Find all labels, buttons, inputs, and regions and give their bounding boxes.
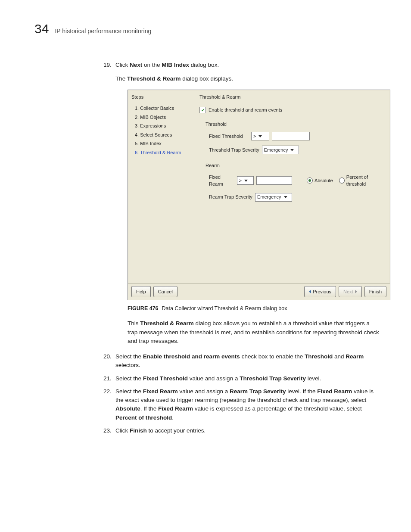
fixed-rearm-operator-combo[interactable]: >	[237, 176, 254, 185]
figure-caption: FIGURE 476Data Collector wizard Threshol…	[128, 305, 381, 313]
next-button: Next	[339, 286, 362, 297]
checkbox-icon[interactable]: ✔	[199, 107, 206, 113]
rearm-absolute-radio[interactable]: Absolute	[307, 177, 333, 184]
step-20: 20. Select the Enable threshold and rear…	[103, 352, 381, 370]
figure-number: FIGURE 476	[128, 305, 159, 311]
content: 19. Click Next on the MIB Index dialog b…	[103, 61, 381, 435]
bold: MIB Index	[162, 62, 189, 68]
bold: Next	[130, 62, 142, 68]
step-number: 22.	[103, 387, 112, 396]
radio-label: Percent of threshold	[346, 174, 386, 188]
text: The	[115, 75, 127, 82]
step-22: 22. Select the Fixed Rearm value and ass…	[103, 387, 381, 422]
threshold-trap-severity-label: Threshold Trap Severity	[209, 146, 259, 154]
fixed-threshold-value-input[interactable]	[272, 132, 310, 140]
fixed-rearm-label: Fixed Rearm	[209, 174, 234, 188]
enable-events-checkbox-row[interactable]: ✔ Enable threshold and rearm events	[199, 106, 386, 114]
previous-button[interactable]: Previous	[304, 286, 336, 297]
page-header: 34 IP historical performance monitoring	[34, 22, 381, 39]
arrow-right-icon	[355, 290, 357, 293]
arrow-left-icon	[309, 290, 311, 293]
page-title: IP historical performance monitoring	[55, 28, 151, 34]
wizard-step-expressions[interactable]: 3. Expressions	[131, 122, 192, 130]
page: 34 IP historical performance monitoring …	[0, 0, 411, 532]
step-number: 23.	[103, 426, 112, 435]
combo-value: >	[239, 177, 242, 184]
text: Click	[115, 62, 130, 68]
step-19: 19. Click Next on the MIB Index dialog b…	[103, 61, 381, 345]
chevron-down-icon	[258, 135, 262, 137]
rearm-trap-severity-combo[interactable]: Emergency	[255, 193, 292, 202]
wizard-step-mib-objects[interactable]: 2. MIB Objects	[131, 114, 192, 121]
combo-value: Emergency	[264, 146, 288, 154]
rearm-trap-severity-label: Rearm Trap Severity	[209, 193, 252, 201]
paragraph: This Threshold & Rearm dialog box allows…	[128, 319, 381, 345]
dialog-threshold-rearm: Steps 1. Collector Basics 2. MIB Objects…	[128, 90, 390, 300]
combo-value: Emergency	[257, 193, 281, 201]
fixed-threshold-label: Fixed Threshold	[209, 133, 249, 140]
wizard-steps-panel: Steps 1. Collector Basics 2. MIB Objects…	[128, 90, 195, 283]
text: dialog box.	[189, 62, 219, 68]
wizard-step-select-sources[interactable]: 4. Select Sources	[131, 131, 192, 139]
text: dialog box displays.	[181, 75, 234, 82]
radio-label: Absolute	[314, 177, 333, 184]
step-number: 21.	[103, 374, 112, 383]
wizard-step-threshold-rearm[interactable]: 6. Threshold & Rearm	[131, 149, 192, 156]
threshold-trap-severity-combo[interactable]: Emergency	[262, 146, 299, 154]
chevron-down-icon	[290, 149, 294, 151]
panel-title: Threshold & Rearm	[199, 93, 386, 101]
step-sub: The Threshold & Rearm dialog box display…	[115, 75, 381, 83]
wizard-step-mib-index[interactable]: 5. MIB Index	[131, 140, 192, 147]
threshold-trap-severity-row: Threshold Trap Severity Emergency	[209, 146, 386, 154]
radio-icon	[307, 177, 313, 184]
cancel-button[interactable]: Cancel	[153, 286, 177, 297]
radio-icon	[339, 177, 345, 184]
fixed-threshold-operator-combo[interactable]: >	[251, 132, 269, 140]
figure-text: Data Collector wizard Threshold & Rearm …	[162, 305, 287, 311]
step-number: 20.	[103, 352, 112, 361]
rearm-section-label: Rearm	[206, 162, 386, 169]
step-21: 21. Select the Fixed Threshold value and…	[103, 374, 381, 383]
enable-events-label: Enable threshold and rearm events	[209, 106, 282, 114]
steps-header: Steps	[131, 93, 192, 101]
help-button[interactable]: Help	[131, 286, 151, 297]
threshold-section-label: Threshold	[206, 121, 386, 128]
chevron-down-icon	[284, 196, 287, 198]
dialog-footer: Help Cancel Previous Next	[128, 283, 390, 300]
step-number: 19.	[103, 61, 112, 69]
step-23: 23. Click Finish to accept your entries.	[103, 426, 381, 435]
text: on the	[142, 62, 162, 68]
fixed-threshold-row: Fixed Threshold >	[209, 132, 386, 140]
wizard-form-panel: Threshold & Rearm ✔ Enable threshold and…	[195, 90, 390, 283]
page-number: 34	[34, 22, 49, 36]
combo-value: >	[253, 133, 256, 140]
bold: Threshold & Rearm	[127, 75, 181, 82]
finish-button[interactable]: Finish	[364, 286, 386, 297]
rearm-trap-severity-row: Rearm Trap Severity Emergency	[209, 193, 386, 202]
chevron-down-icon	[244, 180, 248, 182]
fixed-rearm-value-input[interactable]	[256, 176, 292, 185]
wizard-step-collector-basics[interactable]: 1. Collector Basics	[131, 105, 192, 112]
fixed-rearm-row: Fixed Rearm > Absolute	[209, 174, 386, 188]
rearm-percent-radio[interactable]: Percent of threshold	[339, 174, 386, 188]
